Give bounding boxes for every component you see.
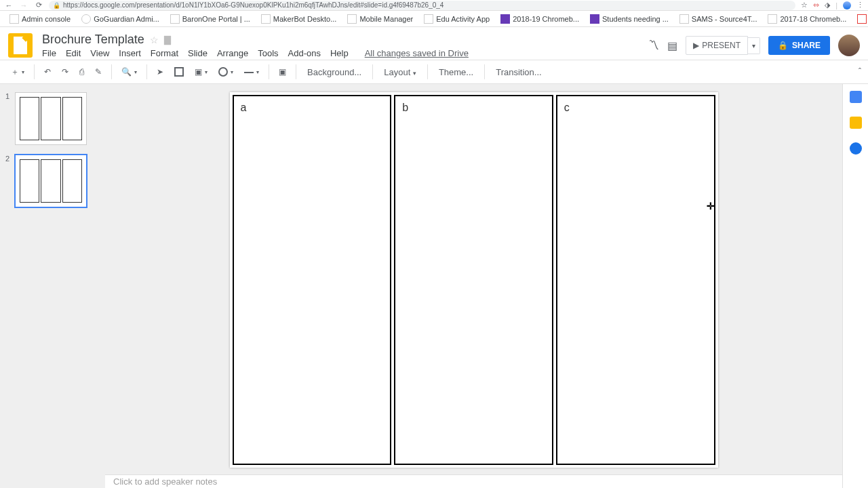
bookmark-item[interactable]: Students needing ... (586, 13, 673, 25)
reload-button[interactable]: ⟳ (34, 1, 43, 9)
menu-arrange[interactable]: Arrange (217, 48, 248, 58)
share-button[interactable]: 🔒 SHARE (768, 36, 830, 55)
redo-button[interactable]: ↷ (58, 64, 73, 79)
bookmark-item[interactable]: Admin console (5, 13, 75, 25)
slide-thumbnail-1[interactable] (15, 92, 87, 145)
menu-view[interactable]: View (90, 48, 109, 58)
collapse-toolbar-button[interactable]: ˆ (859, 67, 861, 77)
bookmark-item[interactable]: MakerBot Deskto... (257, 13, 341, 25)
bookmark-item[interactable]: GoGuardian Admi... (77, 13, 163, 25)
account-avatar[interactable] (838, 35, 860, 56)
select-tool[interactable]: ➤ (153, 64, 167, 79)
shape-icon (218, 67, 228, 77)
page-icon (679, 14, 689, 24)
slide-thumbnail-2[interactable] (15, 155, 87, 207)
line-icon (244, 67, 254, 77)
transition-button[interactable]: Transition... (490, 64, 547, 80)
present-dropdown[interactable]: ▾ (748, 37, 760, 54)
comments-icon[interactable]: ▤ (667, 39, 677, 52)
slide-thumbnail-row: 2 (0, 153, 105, 209)
calendar-addon-icon[interactable] (850, 91, 862, 103)
brochure-column-c[interactable]: c (556, 95, 715, 465)
menu-tools[interactable]: Tools (258, 48, 278, 58)
thumb-col (62, 159, 82, 203)
menu-help[interactable]: Help (330, 48, 349, 58)
browser-right-icons: ☆ ⇔ ⬗ | ⋮ (801, 1, 864, 9)
textbox-tool[interactable] (170, 64, 188, 79)
undo-button[interactable]: ↶ (40, 64, 55, 79)
slide-panel[interactable]: 1 2 (0, 84, 105, 488)
keep-addon-icon[interactable] (850, 117, 862, 129)
comment-button[interactable]: ▣ (275, 64, 290, 79)
shape-tool[interactable] (214, 64, 237, 79)
page-icon (9, 14, 19, 24)
star-icon[interactable]: ☆ (801, 1, 808, 9)
slide-canvas[interactable]: a b c (230, 92, 718, 468)
bookmark-item[interactable]: Edu Activity App (420, 13, 494, 25)
bookmarks-bar: Admin console GoGuardian Admi... BaronOn… (0, 11, 868, 27)
sheet-icon (590, 14, 599, 24)
image-tool[interactable]: ▣ (191, 64, 212, 79)
bookmark-item[interactable]: eCampus: Home (853, 13, 868, 25)
slide-number: 1 (5, 92, 15, 100)
extension-icon[interactable]: ⇔ (813, 1, 819, 9)
present-button-group: ▶ PRESENT ▾ (686, 36, 760, 55)
textbox-icon (174, 67, 184, 77)
tasks-addon-icon[interactable] (850, 142, 862, 155)
menu-addons[interactable]: Add-ons (288, 48, 321, 58)
lock-icon: 🔒 (53, 1, 60, 10)
page-icon (170, 14, 180, 24)
slide-number: 2 (5, 155, 15, 163)
menu-edit[interactable]: Edit (66, 48, 81, 58)
bookmark-item[interactable]: SAMS - Source4T... (675, 13, 762, 25)
app-header: Brochure Template ☆ ▇ File Edit View Ins… (0, 27, 868, 60)
background-button[interactable]: Background... (302, 64, 367, 80)
sheet-icon (500, 14, 510, 24)
profile-avatar-small[interactable] (843, 1, 851, 9)
paint-format-button[interactable]: ✎ (91, 64, 106, 79)
move-to-folder-button[interactable]: ▇ (164, 35, 171, 45)
canvas-area: a b c ✛ Click to add speaker notes (105, 84, 842, 488)
chrome-menu-icon[interactable]: ⋮ (856, 1, 864, 9)
menu-slide[interactable]: Slide (188, 48, 208, 58)
slides-logo[interactable] (8, 33, 33, 58)
toolbar: ＋ ↶ ↷ ⎙ ✎ 🔍 ➤ ▣ ▣ Background... Layout ▾… (0, 60, 868, 84)
theme-button[interactable]: Theme... (433, 64, 479, 80)
canvas-scroll[interactable]: a b c ✛ (105, 84, 842, 474)
speaker-notes[interactable]: Click to add speaker notes (105, 474, 842, 488)
browser-nav-bar: ← → ⟳ 🔒 https://docs.google.com/presenta… (0, 0, 868, 11)
thumb-col (41, 159, 60, 203)
page-icon (768, 14, 777, 24)
url-text: https://docs.google.com/presentation/d/1… (63, 1, 443, 10)
print-button[interactable]: ⎙ (75, 64, 88, 79)
bookmark-item[interactable]: Mobile Manager (343, 13, 417, 25)
zoom-button[interactable]: 🔍 (117, 64, 141, 79)
forward-button[interactable]: → (19, 1, 28, 9)
page-icon (424, 14, 433, 24)
present-button[interactable]: ▶ PRESENT (686, 36, 748, 55)
brochure-column-b[interactable]: b (394, 95, 553, 465)
back-button[interactable]: ← (4, 1, 14, 9)
bookmark-item[interactable]: 2018-19 Chromeb... (496, 13, 583, 25)
star-button[interactable]: ☆ (150, 35, 159, 45)
page-icon (261, 14, 271, 24)
address-bar[interactable]: 🔒 https://docs.google.com/presentation/d… (49, 1, 795, 10)
layout-button[interactable]: Layout ▾ (378, 64, 422, 80)
extension-icon-2[interactable]: ⬗ (825, 1, 830, 9)
menu-file[interactable]: File (42, 48, 56, 58)
menu-format[interactable]: Format (151, 48, 178, 58)
line-tool[interactable] (240, 64, 263, 79)
speaker-notes-placeholder: Click to add speaker notes (113, 476, 217, 487)
thumb-col (20, 97, 39, 140)
thumb-col (62, 97, 82, 140)
thumb-col (20, 159, 39, 203)
activity-icon[interactable]: 〽 (648, 39, 659, 52)
brochure-column-a[interactable]: a (233, 95, 392, 465)
workspace: 1 2 a b c ✛ Click to add speaker notes (0, 84, 868, 488)
bookmark-item[interactable]: BaronOne Portal | ... (166, 13, 254, 25)
bookmark-item[interactable]: 2017-18 Chromeb... (764, 13, 850, 25)
page-icon (857, 14, 867, 24)
document-title[interactable]: Brochure Template (42, 33, 144, 47)
new-slide-button[interactable]: ＋ (7, 64, 28, 81)
menu-insert[interactable]: Insert (119, 48, 141, 58)
